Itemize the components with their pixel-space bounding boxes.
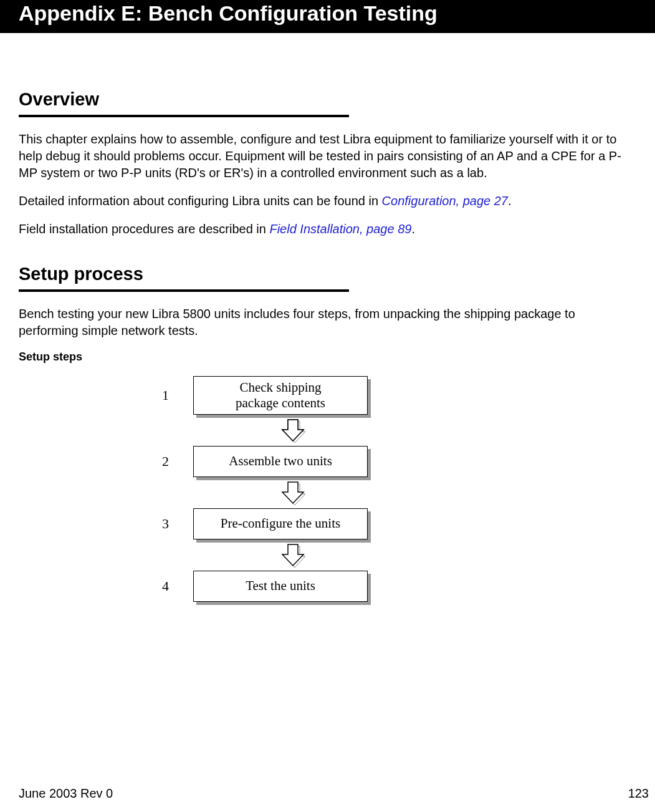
flow-step-3: 3 Pre-configure the units <box>143 508 393 539</box>
flow-step-1: 1 Check shipping package contents <box>143 376 393 415</box>
down-arrow-icon <box>279 541 307 569</box>
setup-intro: Bench testing your new Libra 5800 units … <box>19 306 636 339</box>
flow-step-2: 2 Assemble two units <box>143 446 393 477</box>
field-installation-link[interactable]: Field Installation, page 89 <box>269 222 411 236</box>
heading-rule <box>19 115 349 117</box>
step-label: Pre-configure the units <box>221 516 340 531</box>
heading-rule <box>19 289 349 292</box>
content-area: Overview This chapter explains how to as… <box>0 33 655 602</box>
overview-para2: Detailed information about configuring L… <box>19 193 636 210</box>
step-box: Check shipping package contents <box>193 376 368 415</box>
flow-arrow <box>143 539 393 571</box>
step-box: Assemble two units <box>193 446 368 477</box>
step-label: Check shipping package contents <box>236 380 325 411</box>
header-title: Appendix E: Bench Configuration Testing <box>19 1 437 25</box>
step-number: 3 <box>143 516 193 532</box>
overview-heading: Overview <box>19 89 636 110</box>
down-arrow-icon <box>279 478 307 507</box>
step-number: 4 <box>143 578 193 594</box>
step-box: Test the units <box>193 571 368 602</box>
step-number: 1 <box>143 387 193 404</box>
step-number: 2 <box>143 453 193 470</box>
setup-heading: Setup process <box>19 264 636 284</box>
configuration-link[interactable]: Configuration, page 27 <box>382 194 508 208</box>
down-arrow-icon <box>279 416 307 445</box>
flowchart: 1 Check shipping package contents 2 Asse… <box>143 376 393 602</box>
footer-date: June 2003 Rev 0 <box>19 786 113 801</box>
para2-pre: Detailed information about configuring L… <box>19 194 382 208</box>
footer: June 2003 Rev 0 123 <box>19 786 649 801</box>
step-label: Assemble two units <box>229 453 332 469</box>
figure-label: Setup steps <box>19 350 636 364</box>
step-box: Pre-configure the units <box>193 508 368 539</box>
para3-post: . <box>411 222 415 236</box>
para2-post: . <box>508 194 512 208</box>
flow-arrow <box>143 477 393 508</box>
setup-section: Setup process Bench testing your new Lib… <box>19 264 636 602</box>
para3-pre: Field installation procedures are descri… <box>19 222 269 236</box>
overview-para3: Field installation procedures are descri… <box>19 221 636 238</box>
step-label: Test the units <box>246 578 315 594</box>
flow-step-4: 4 Test the units <box>143 571 393 602</box>
overview-para1: This chapter explains how to assemble, c… <box>19 131 636 181</box>
flow-arrow <box>143 415 393 446</box>
footer-page-number: 123 <box>628 786 649 801</box>
page-header: Appendix E: Bench Configuration Testing <box>0 0 655 33</box>
overview-section: Overview This chapter explains how to as… <box>19 89 636 238</box>
